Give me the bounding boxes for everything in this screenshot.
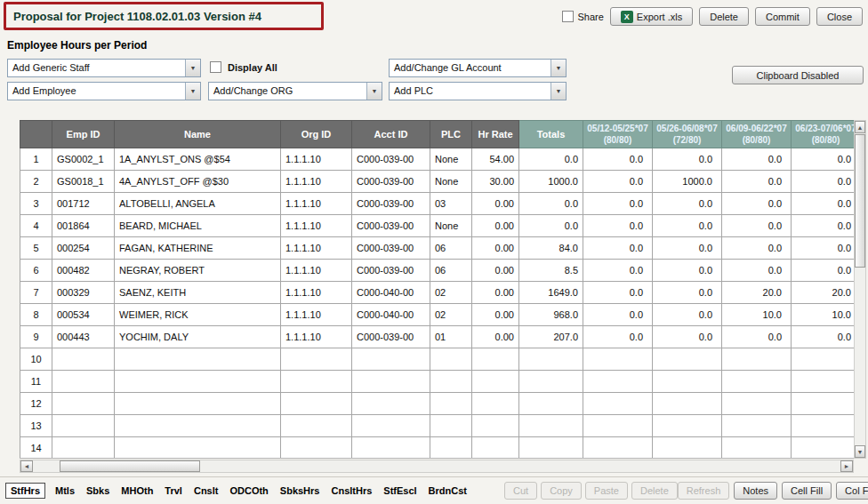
cell-empty[interactable] xyxy=(792,415,855,437)
add-change-gl-account-dropdown[interactable]: Add/Change GL Account ▼ xyxy=(389,59,567,77)
cell-period-2[interactable]: 0.0 xyxy=(653,326,722,348)
cell-hr-rate[interactable]: 0.00 xyxy=(472,260,519,282)
cell-name[interactable]: SAENZ, KEITH xyxy=(115,282,281,304)
cell-totals[interactable]: 0.0 xyxy=(519,215,583,237)
paste-button[interactable]: Paste xyxy=(585,482,628,500)
notes-button[interactable]: Notes xyxy=(734,482,777,500)
cell-emp-id[interactable]: 000482 xyxy=(52,260,115,282)
tab-sbks[interactable]: Sbks xyxy=(84,484,111,498)
tab-odcoth[interactable]: ODCOth xyxy=(228,484,269,498)
cell-totals[interactable]: 968.0 xyxy=(519,304,583,326)
cell-hr-rate[interactable]: 0.00 xyxy=(472,215,519,237)
cell-empty[interactable] xyxy=(472,393,519,415)
cell-name[interactable]: WEIMER, RICK xyxy=(115,304,281,326)
cell-totals[interactable]: 1649.0 xyxy=(519,282,583,304)
cell-empty[interactable] xyxy=(430,437,472,460)
tab-trvl[interactable]: Trvl xyxy=(163,484,184,498)
tab-mtls[interactable]: Mtls xyxy=(53,484,76,498)
tab-sbkshrs[interactable]: SbksHrs xyxy=(278,484,322,498)
cell-plc[interactable]: None xyxy=(430,215,472,237)
cell-org-id[interactable]: 1.1.1.10 xyxy=(281,326,352,348)
cell-empty[interactable] xyxy=(115,437,281,460)
cell-emp-id[interactable]: GS0002_1 xyxy=(52,148,115,171)
export-xls-button[interactable]: X Export .xls xyxy=(610,7,693,26)
cell-emp-id[interactable]: 001864 xyxy=(52,215,115,237)
cell-empty[interactable] xyxy=(115,348,281,371)
cell-empty[interactable] xyxy=(722,437,792,460)
tab-cnslthrs[interactable]: CnsltHrs xyxy=(329,484,374,498)
cell-empty[interactable] xyxy=(653,393,722,415)
cell-plc[interactable]: 02 xyxy=(430,282,472,304)
cell-totals[interactable]: 207.0 xyxy=(519,326,583,348)
cell-empty[interactable] xyxy=(352,437,430,460)
cell-period-4[interactable]: 0.0 xyxy=(792,237,855,260)
cell-empty[interactable] xyxy=(352,415,430,437)
cell-acct-id[interactable]: C000-039-00 xyxy=(352,215,430,237)
cell-org-id[interactable]: 1.1.1.10 xyxy=(281,282,352,304)
cell-period-1[interactable]: 0.0 xyxy=(583,326,653,348)
row-number[interactable]: 8 xyxy=(20,304,52,326)
cell-name[interactable]: 1A_ANYLST_ONS @$54 xyxy=(115,148,281,171)
cell-empty[interactable] xyxy=(653,348,722,371)
cell-empty[interactable] xyxy=(472,437,519,460)
cell-period-3[interactable]: 20.0 xyxy=(722,282,792,304)
tab-cnslt[interactable]: Cnslt xyxy=(192,484,221,498)
cell-period-4[interactable]: 20.0 xyxy=(792,282,855,304)
cell-period-3[interactable]: 0.0 xyxy=(722,326,792,348)
cell-org-id[interactable]: 1.1.1.10 xyxy=(281,215,352,237)
cell-period-1[interactable]: 0.0 xyxy=(583,148,653,171)
cell-empty[interactable] xyxy=(115,371,281,393)
cell-hr-rate[interactable]: 0.00 xyxy=(472,282,519,304)
cell-name[interactable]: YOCHIM, DALY xyxy=(115,326,281,348)
cell-hr-rate[interactable]: 30.00 xyxy=(472,171,519,193)
cell-period-1[interactable]: 0.0 xyxy=(583,304,653,326)
cell-period-2[interactable]: 0.0 xyxy=(653,282,722,304)
row-number[interactable]: 12 xyxy=(20,393,52,415)
cell-period-3[interactable]: 0.0 xyxy=(722,260,792,282)
cell-period-3[interactable]: 0.0 xyxy=(722,215,792,237)
commit-button[interactable]: Commit xyxy=(755,7,810,26)
cell-period-3[interactable]: 0.0 xyxy=(722,237,792,260)
row-number[interactable]: 13 xyxy=(20,415,52,437)
cell-empty[interactable] xyxy=(722,393,792,415)
cell-hr-rate[interactable]: 0.00 xyxy=(472,326,519,348)
cell-emp-id[interactable]: GS0018_1 xyxy=(52,171,115,193)
cell-empty[interactable] xyxy=(653,437,722,460)
cell-acct-id[interactable]: C000-039-00 xyxy=(352,260,430,282)
scroll-up-icon[interactable]: ▲ xyxy=(855,121,865,133)
cell-period-4[interactable]: 10.0 xyxy=(792,304,855,326)
add-generic-staff-dropdown[interactable]: Add Generic Staff ▼ xyxy=(7,59,201,77)
row-number[interactable]: 6 xyxy=(20,260,52,282)
vertical-scrollbar[interactable]: ▲ ▼ xyxy=(854,120,866,459)
cell-empty[interactable] xyxy=(430,393,472,415)
cell-period-1[interactable]: 0.0 xyxy=(583,260,653,282)
cell-empty[interactable] xyxy=(653,415,722,437)
cell-empty[interactable] xyxy=(519,348,583,371)
cell-empty[interactable] xyxy=(281,437,352,460)
cell-empty[interactable] xyxy=(519,393,583,415)
tab-stfhrs[interactable]: StfHrs xyxy=(5,483,45,499)
cell-empty[interactable] xyxy=(792,437,855,460)
cut-button[interactable]: Cut xyxy=(504,482,537,500)
cell-period-1[interactable]: 0.0 xyxy=(583,237,653,260)
cell-totals[interactable]: 0.0 xyxy=(519,148,583,171)
cell-empty[interactable] xyxy=(430,371,472,393)
cell-period-4[interactable]: 0.0 xyxy=(792,171,855,193)
cell-hr-rate[interactable]: 54.00 xyxy=(472,148,519,171)
cell-period-3[interactable]: 0.0 xyxy=(722,193,792,215)
cell-empty[interactable] xyxy=(281,348,352,371)
cell-empty[interactable] xyxy=(472,415,519,437)
cell-empty[interactable] xyxy=(583,415,653,437)
cell-org-id[interactable]: 1.1.1.10 xyxy=(281,171,352,193)
cell-period-4[interactable]: 0.0 xyxy=(792,148,855,171)
cell-emp-id[interactable]: 000443 xyxy=(52,326,115,348)
cell-plc[interactable]: 03 xyxy=(430,193,472,215)
horizontal-scroll-thumb[interactable] xyxy=(60,460,200,472)
tab-brdncst[interactable]: BrdnCst xyxy=(427,484,469,498)
cell-empty[interactable] xyxy=(115,393,281,415)
cell-emp-id[interactable]: 001712 xyxy=(52,193,115,215)
cell-period-2[interactable]: 0.0 xyxy=(653,193,722,215)
cell-empty[interactable] xyxy=(352,371,430,393)
cell-empty[interactable] xyxy=(722,348,792,371)
cell-period-4[interactable]: 0.0 xyxy=(792,193,855,215)
